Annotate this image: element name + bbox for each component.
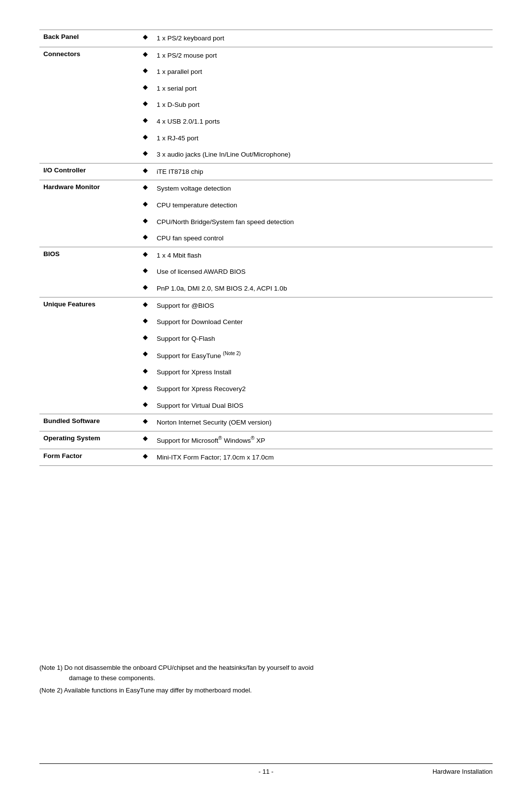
spec-label bbox=[39, 347, 138, 364]
spec-value: 3 x audio jacks (Line In/Line Out/Microp… bbox=[153, 146, 493, 163]
spec-value: System voltage detection bbox=[153, 180, 493, 197]
bullet-cell: ◆ bbox=[138, 180, 153, 197]
bullet-cell: ◆ bbox=[138, 130, 153, 147]
bullet-cell: ◆ bbox=[138, 297, 153, 314]
spec-value: Support for EasyTune (Note 2) bbox=[153, 347, 493, 364]
bullet-cell: ◆ bbox=[138, 381, 153, 397]
spec-label bbox=[39, 146, 138, 163]
spec-label bbox=[39, 80, 138, 97]
spec-label: I/O Controller bbox=[39, 163, 138, 180]
spec-value: 1 x PS/2 keyboard port bbox=[153, 30, 493, 47]
spec-value: Mini-ITX Form Factor; 17.0cm x 17.0cm bbox=[153, 449, 493, 466]
spec-value: Support for Xpress Recovery2 bbox=[153, 381, 493, 397]
spec-value: 1 x D-Sub port bbox=[153, 97, 493, 113]
spec-label bbox=[39, 364, 138, 381]
spec-label: Form Factor bbox=[39, 449, 138, 466]
bullet-cell: ◆ bbox=[138, 146, 153, 163]
spec-label bbox=[39, 197, 138, 214]
bullet-cell: ◆ bbox=[138, 247, 153, 263]
spec-label: Bundled Software bbox=[39, 414, 138, 431]
spec-value: Support for Download Center bbox=[153, 314, 493, 330]
bullet-cell: ◆ bbox=[138, 214, 153, 230]
bullet-cell: ◆ bbox=[138, 263, 153, 280]
spec-value: Support for Q-Flash bbox=[153, 330, 493, 347]
spec-value: PnP 1.0a, DMI 2.0, SM BIOS 2.4, ACPI 1.0… bbox=[153, 280, 493, 297]
spec-label: BIOS bbox=[39, 247, 138, 263]
bullet-cell: ◆ bbox=[138, 414, 153, 431]
bullet-cell: ◆ bbox=[138, 330, 153, 347]
spec-value: 1 x RJ-45 port bbox=[153, 130, 493, 147]
spec-value: Norton Internet Security (OEM version) bbox=[153, 414, 493, 431]
bullet-cell: ◆ bbox=[138, 80, 153, 97]
spec-label: Unique Features bbox=[39, 297, 138, 314]
bullet-cell: ◆ bbox=[138, 97, 153, 113]
footer-right: Hardware Installation bbox=[432, 768, 493, 775]
spec-label bbox=[39, 263, 138, 280]
bullet-cell: ◆ bbox=[138, 47, 153, 64]
spec-value: Support for Virtual Dual BIOS bbox=[153, 397, 493, 414]
spec-label bbox=[39, 330, 138, 347]
bullet-cell: ◆ bbox=[138, 449, 153, 466]
spec-value: Support for Microsoft® Windows® XP bbox=[153, 431, 493, 449]
spec-label bbox=[39, 97, 138, 113]
bullet-cell: ◆ bbox=[138, 230, 153, 247]
spec-label bbox=[39, 214, 138, 230]
spec-value: CPU fan speed control bbox=[153, 230, 493, 247]
spec-label bbox=[39, 130, 138, 147]
notes-section: (Note 1) Do not disassemble the onboard … bbox=[39, 663, 493, 695]
spec-value: Support for Xpress Install bbox=[153, 364, 493, 381]
spec-value: CPU temperature detection bbox=[153, 197, 493, 214]
note1: (Note 1) Do not disassemble the onboard … bbox=[39, 663, 493, 684]
bullet-cell: ◆ bbox=[138, 364, 153, 381]
bullet-cell: ◆ bbox=[138, 30, 153, 47]
spec-value: 4 x USB 2.0/1.1 ports bbox=[153, 113, 493, 130]
spec-label bbox=[39, 314, 138, 330]
spec-value: 1 x 4 Mbit flash bbox=[153, 247, 493, 263]
spec-value: 1 x PS/2 mouse port bbox=[153, 47, 493, 64]
bullet-cell: ◆ bbox=[138, 314, 153, 330]
note2: (Note 2) Available functions in EasyTune… bbox=[39, 686, 493, 696]
spec-value: Use of licensed AWARD BIOS bbox=[153, 263, 493, 280]
spec-value: iTE IT8718 chip bbox=[153, 163, 493, 180]
footer: - 11 - Hardware Installation bbox=[39, 763, 493, 775]
bullet-cell: ◆ bbox=[138, 347, 153, 364]
spec-label bbox=[39, 280, 138, 297]
bullet-cell: ◆ bbox=[138, 280, 153, 297]
spec-label bbox=[39, 230, 138, 247]
spec-label bbox=[39, 113, 138, 130]
spec-label bbox=[39, 397, 138, 414]
bullet-cell: ◆ bbox=[138, 197, 153, 214]
spec-value: 1 x parallel port bbox=[153, 64, 493, 80]
bullet-cell: ◆ bbox=[138, 397, 153, 414]
spec-value: 1 x serial port bbox=[153, 80, 493, 97]
spec-label bbox=[39, 381, 138, 397]
spec-label bbox=[39, 64, 138, 80]
spec-label: Connectors bbox=[39, 47, 138, 64]
spec-label: Back Panel bbox=[39, 30, 138, 47]
spec-label: Hardware Monitor bbox=[39, 180, 138, 197]
bullet-cell: ◆ bbox=[138, 431, 153, 449]
spec-value: CPU/North Bridge/System fan speed detect… bbox=[153, 214, 493, 230]
footer-center: - 11 - bbox=[259, 768, 273, 775]
spec-table: Back Panel◆1 x PS/2 keyboard portConnect… bbox=[39, 30, 493, 466]
bullet-cell: ◆ bbox=[138, 163, 153, 180]
bullet-cell: ◆ bbox=[138, 113, 153, 130]
page-container: Back Panel◆1 x PS/2 keyboard portConnect… bbox=[0, 0, 532, 790]
spec-label: Operating System bbox=[39, 431, 138, 449]
spec-value: Support for @BIOS bbox=[153, 297, 493, 314]
bullet-cell: ◆ bbox=[138, 64, 153, 80]
